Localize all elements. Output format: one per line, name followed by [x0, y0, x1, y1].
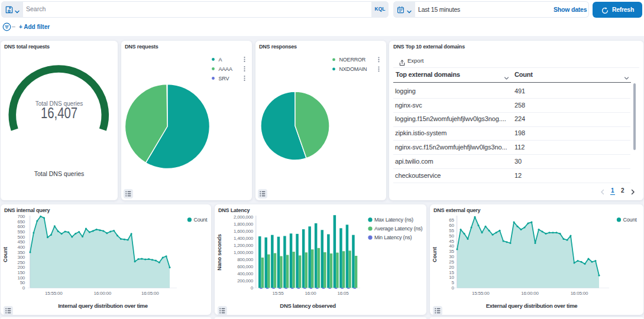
svg-text:200: 200: [18, 265, 25, 270]
svg-text:NOERROR: NOERROR: [339, 57, 366, 63]
svg-text:200,000: 200,000: [237, 278, 254, 284]
svg-text:16:00: 16:00: [305, 291, 316, 296]
svg-text:40: 40: [449, 243, 454, 249]
svg-text:1,800,000: 1,800,000: [234, 222, 254, 227]
svg-text:600,000: 600,000: [237, 264, 254, 269]
svg-text:250: 250: [18, 260, 25, 265]
svg-text:450: 450: [18, 239, 25, 245]
svg-text:Count: Count: [2, 247, 8, 262]
svg-text:60: 60: [449, 223, 454, 228]
svg-text:600: 600: [18, 224, 25, 229]
svg-text:16:00:00: 16:00:00: [94, 291, 112, 296]
svg-text:700: 700: [18, 214, 25, 219]
svg-text:15:55:00: 15:55:00: [45, 291, 63, 296]
svg-text:0: 0: [451, 285, 454, 291]
svg-text:50: 50: [20, 280, 25, 285]
svg-text:Max Latency (ns): Max Latency (ns): [374, 217, 413, 223]
svg-text:500: 500: [18, 235, 25, 240]
svg-text:16:00:00: 16:00:00: [521, 291, 539, 296]
svg-text:1,200,000: 1,200,000: [234, 243, 254, 248]
svg-text:400,000: 400,000: [237, 271, 254, 276]
svg-text:650: 650: [18, 219, 25, 224]
svg-text:100: 100: [18, 275, 25, 281]
svg-text:10: 10: [449, 275, 454, 280]
svg-text:350: 350: [18, 250, 25, 255]
svg-text:150: 150: [18, 270, 25, 275]
svg-text:Count: Count: [193, 217, 208, 223]
svg-text:AAAA: AAAA: [219, 66, 232, 72]
svg-text:65: 65: [449, 217, 454, 223]
svg-text:SRV: SRV: [219, 76, 229, 82]
svg-text:Count: Count: [432, 247, 438, 262]
svg-text:2,000,000: 2,000,000: [234, 214, 254, 220]
svg-text:0: 0: [251, 285, 254, 291]
svg-text:0: 0: [22, 285, 25, 291]
svg-text:A: A: [219, 57, 222, 63]
svg-text:16:05: 16:05: [337, 291, 349, 296]
svg-text:25: 25: [449, 259, 454, 265]
svg-text:30: 30: [449, 254, 454, 259]
svg-text:55: 55: [449, 228, 454, 233]
svg-text:Min Latency (ns): Min Latency (ns): [374, 235, 412, 240]
svg-text:15:55:00: 15:55:00: [472, 291, 490, 296]
svg-text:1,600,000: 1,600,000: [234, 229, 254, 234]
svg-text:300: 300: [18, 255, 25, 260]
svg-text:1,400,000: 1,400,000: [234, 236, 254, 241]
svg-text:5: 5: [451, 280, 454, 285]
svg-text:16:05:00: 16:05:00: [141, 291, 159, 296]
svg-text:15: 15: [449, 270, 454, 275]
svg-text:NXDOMAIN: NXDOMAIN: [339, 66, 367, 72]
svg-text:50: 50: [449, 233, 454, 239]
svg-text:45: 45: [449, 239, 454, 244]
svg-text:20: 20: [449, 265, 454, 270]
svg-text:550: 550: [18, 229, 25, 235]
svg-text:Nano seconds: Nano seconds: [216, 234, 222, 271]
svg-text:35: 35: [449, 249, 454, 254]
svg-text:15:55: 15:55: [272, 291, 284, 296]
svg-text:Count: Count: [623, 217, 637, 223]
svg-text:Average Latency (ns): Average Latency (ns): [374, 226, 423, 232]
svg-text:16:05:00: 16:05:00: [571, 291, 588, 296]
svg-text:800,000: 800,000: [237, 257, 254, 262]
svg-text:1,000,000: 1,000,000: [234, 250, 254, 255]
svg-text:400: 400: [18, 245, 25, 250]
